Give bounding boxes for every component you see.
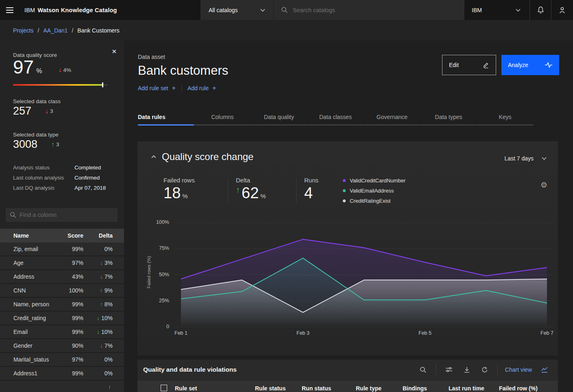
breadcrumb-current: Bank Customers [77, 27, 119, 34]
cell-delta-value: 8% [105, 301, 113, 308]
cell-delta-value: 7% [105, 342, 113, 349]
column-search-input[interactable] [20, 212, 118, 218]
meta-label: Last column analysis [13, 175, 74, 181]
analyze-button-label: Analyze [508, 62, 528, 68]
profile-button[interactable] [551, 0, 573, 20]
table-row[interactable]: Name, person99%↑8% [0, 298, 124, 312]
tab-label: Data rules [138, 110, 194, 124]
column-header-last-run-time[interactable]: Last run time [449, 385, 484, 392]
cell-score: 43% [57, 273, 83, 280]
brand-prefix: IBM [24, 7, 35, 13]
search-button[interactable] [418, 364, 429, 375]
column-header-rule-set[interactable]: Rule set [175, 385, 197, 392]
add-rule-link[interactable]: Add rule + [187, 85, 216, 91]
nav-left: IBMWatson Knowledge Catalog [0, 0, 200, 20]
breadcrumb: Projects / AA_Dan1 / Bank Customers [0, 20, 573, 41]
top-nav: IBMWatson Knowledge Catalog All catalogs… [0, 0, 573, 20]
add-rule-set-link[interactable]: Add rule set + [138, 85, 176, 91]
breadcrumb-project[interactable]: AA_Dan1 [43, 27, 68, 34]
violations-header: Quality and data rule violations [137, 360, 558, 380]
tab-data-quality[interactable]: Data quality [251, 110, 307, 126]
tab-columns[interactable]: Columns [194, 110, 251, 126]
cell-delta: ↑ [83, 384, 113, 390]
legend-ring-icon [343, 189, 346, 192]
cell-score: 99% [57, 370, 83, 377]
page-title: Bank customers [138, 63, 228, 78]
column-score-table: Name Score Delta Zip, email99%0%Age97%↓3… [0, 229, 124, 392]
cell-name: Credit_rating [0, 315, 57, 321]
arrow-up-icon: ↑ [236, 185, 240, 195]
tab-data-types[interactable]: Data types [420, 110, 477, 126]
column-header-rule-type[interactable]: Rule type [356, 385, 381, 392]
breadcrumb-projects[interactable]: Projects [13, 27, 34, 34]
chart-view-icon-button[interactable] [539, 364, 550, 375]
chart-view-toggle[interactable]: Chart view [505, 366, 532, 373]
collapse-caret-icon[interactable] [151, 155, 156, 158]
arrow-down-icon: ↓ [100, 343, 103, 349]
cell-delta: ↑9% [83, 287, 113, 294]
table-row[interactable]: Age97%↓3% [0, 256, 124, 270]
tab-label: Governance [364, 110, 420, 124]
score-gradient-bar [13, 82, 107, 87]
header-score: Score [57, 232, 83, 239]
plus-icon: + [212, 85, 216, 91]
table-row[interactable]: Credit_rating99%↓10% [0, 312, 124, 325]
table-row[interactable]: Address43%↓7% [0, 270, 124, 284]
quality-score-panel: Quality score change Last 7 days Failed … [137, 141, 558, 355]
cell-score: 99% [57, 301, 83, 308]
account-selector[interactable]: IBM [464, 0, 529, 20]
catalog-selector-label: All catalogs [209, 7, 238, 13]
table-row[interactable]: Address199%0% [0, 367, 124, 381]
tab-label: Columns [194, 110, 251, 124]
main-content: Data asset Bank customers Add rule set +… [124, 41, 573, 392]
divider [228, 178, 228, 203]
tab-data-rules[interactable]: Data rules [138, 110, 194, 126]
table-row[interactable]: Zip, email99%0% [0, 243, 124, 256]
tab-underline [194, 124, 251, 126]
edit-button[interactable]: Edit [442, 55, 496, 75]
cell-delta: 0% [83, 246, 113, 252]
table-row[interactable]: Marital_status97%0% [0, 353, 124, 367]
download-button[interactable] [462, 364, 472, 375]
cell-delta: ↓7% [83, 273, 113, 280]
analyze-button[interactable]: Analyze [501, 55, 559, 75]
refresh-button[interactable] [479, 364, 490, 375]
time-range-dropdown[interactable]: Last 7 days [504, 155, 547, 162]
table-row[interactable]: CNN100%↑9% [0, 284, 124, 298]
table-row[interactable]: Email99%↓10% [0, 325, 124, 339]
search-input[interactable] [293, 7, 464, 13]
cell-score: 100% [57, 287, 83, 294]
cell-delta-value: 0% [105, 370, 113, 377]
column-header-rule-status[interactable]: Rule status [255, 385, 285, 392]
arrow-down-icon: ↓ [45, 108, 48, 115]
legend-label: ValidCreditCardNumber [350, 178, 405, 184]
column-header-failed-row[interactable]: Failed row (%) [499, 385, 538, 392]
add-rule-label: Add rule [187, 85, 209, 91]
gear-icon[interactable]: ⚙ [540, 180, 547, 190]
tab-underline [364, 124, 420, 126]
x-tick-label: Feb 5 [411, 330, 439, 336]
legend-item-validemailaddress: ValidEmailAddress [343, 186, 405, 196]
data-class-label: Selected data class [13, 98, 61, 104]
column-header-bindings[interactable]: Bindings [403, 385, 427, 392]
notifications-button[interactable] [529, 0, 551, 20]
tab-keys[interactable]: Keys [477, 110, 533, 126]
stat-failed-rows: Failed rows 18 % [163, 177, 195, 201]
divider [436, 364, 436, 375]
select-all-checkbox[interactable] [161, 385, 167, 391]
tab-data-classes[interactable]: Data classes [307, 110, 364, 126]
divider [181, 84, 182, 92]
column-header-run-status[interactable]: Run status [302, 385, 331, 392]
line-chart-icon [541, 366, 548, 373]
hamburger-menu-icon[interactable] [0, 0, 20, 20]
tab-governance[interactable]: Governance [364, 110, 420, 126]
filter-button[interactable] [444, 364, 454, 375]
catalog-selector[interactable]: All catalogs [200, 0, 273, 20]
arrow-up-icon: ↑ [51, 141, 54, 148]
close-icon[interactable]: ✕ [111, 48, 117, 55]
table-row[interactable]: Gender90%↓7% [0, 339, 124, 353]
time-range-label: Last 7 days [504, 155, 534, 162]
stat-runs: Runs 4 [304, 177, 318, 201]
stat-label: Delta [236, 177, 266, 184]
table-row[interactable]: ↑ [0, 381, 124, 392]
